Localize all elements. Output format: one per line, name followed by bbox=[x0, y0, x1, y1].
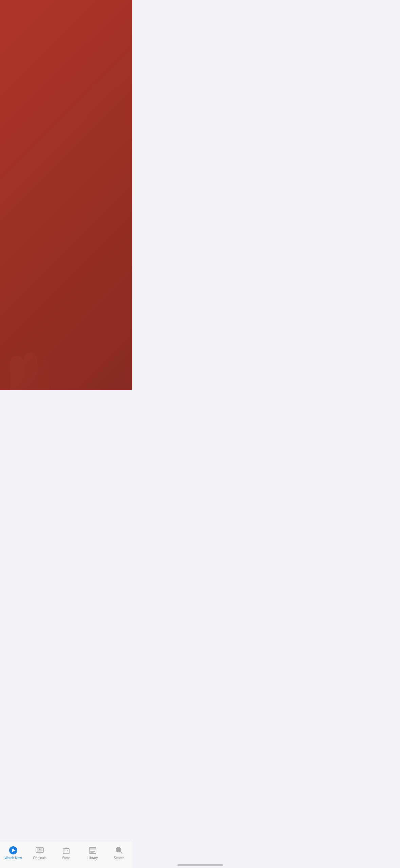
new-shows-section: New Shows and Movies › On your channels … bbox=[0, 270, 132, 352]
new-show-card-2[interactable] bbox=[97, 296, 131, 345]
new-shows-scroll[interactable] bbox=[0, 292, 132, 345]
